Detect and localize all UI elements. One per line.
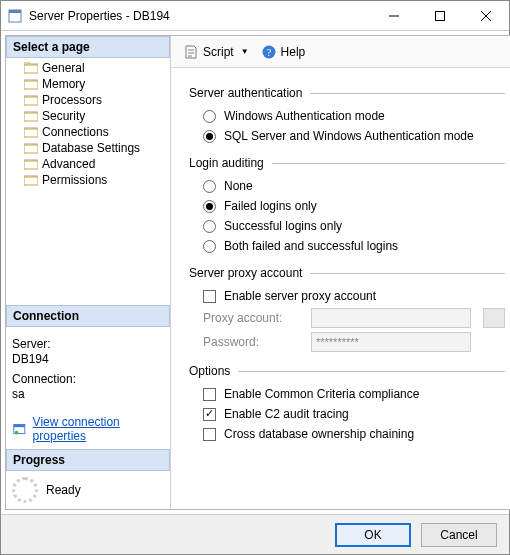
footer: OK Cancel [1,514,509,554]
connection-label: Connection: [12,372,164,386]
checkbox-icon [203,290,216,303]
view-connection-properties-link[interactable]: View connection properties [33,415,164,443]
left-pane: Select a page General Memory Processors … [6,36,171,509]
proxy-password-input [311,332,471,352]
page-general[interactable]: General [6,60,170,76]
group-title-audit: Login auditing [189,156,264,170]
connection-info: Server: DB194 Connection: sa [6,327,170,409]
radio-audit-none[interactable]: None [189,176,505,196]
toolbar: Script ▼ ? Help [171,36,510,68]
script-icon [183,44,199,60]
titlebar: Server Properties - DB194 [1,1,509,31]
page-icon [24,78,38,90]
checkbox-icon [203,428,216,441]
properties-icon [12,421,27,437]
maximize-icon [435,11,445,21]
help-button[interactable]: ? Help [257,42,310,62]
chevron-down-icon: ▼ [241,47,249,56]
checkbox-enable-proxy[interactable]: Enable server proxy account [189,286,505,306]
page-memory[interactable]: Memory [6,76,170,92]
radio-audit-failed[interactable]: Failed logins only [189,196,505,216]
radio-icon [203,220,216,233]
radio-icon [203,110,216,123]
cancel-label: Cancel [440,528,477,542]
script-button[interactable]: Script ▼ [179,42,253,62]
connection-value: sa [12,387,164,401]
radio-windows-auth[interactable]: Windows Authentication mode [189,106,505,126]
svg-rect-3 [436,11,445,20]
proxy-account-input [311,308,471,328]
group-title-options: Options [189,364,230,378]
ok-label: OK [364,528,381,542]
connection-header: Connection [6,305,170,327]
proxy-account-label: Proxy account: [203,311,303,325]
radio-label: Both failed and successful logins [224,239,398,253]
page-icon [24,110,38,122]
radio-label: Failed logins only [224,199,317,213]
group-server-authentication: Server authentication Windows Authentica… [189,86,505,146]
page-processors[interactable]: Processors [6,92,170,108]
proxy-password-label: Password: [203,335,303,349]
radio-icon [203,200,216,213]
page-label: Security [42,109,85,123]
radio-icon [203,180,216,193]
checkbox-c2-audit[interactable]: Enable C2 audit tracing [189,404,505,424]
group-login-auditing: Login auditing None Failed logins only S… [189,156,505,256]
database-icon [7,8,23,24]
divider [272,163,505,164]
page-connections[interactable]: Connections [6,124,170,140]
checkbox-common-criteria[interactable]: Enable Common Criteria compliance [189,384,505,404]
divider [310,93,505,94]
progress-status: Ready [46,483,81,497]
radio-sql-windows-auth[interactable]: SQL Server and Windows Authentication mo… [189,126,505,146]
page-database-settings[interactable]: Database Settings [6,140,170,156]
page-icon [24,126,38,138]
page-list: General Memory Processors Security Conne… [6,58,170,190]
checkbox-label: Enable Common Criteria compliance [224,387,419,401]
progress-box: Ready [6,471,170,509]
page-icon [24,174,38,186]
svg-rect-15 [14,424,25,427]
group-title-auth: Server authentication [189,86,302,100]
select-page-header: Select a page [6,36,170,58]
minimize-icon [389,11,399,21]
maximize-button[interactable] [417,1,463,31]
checkbox-icon [203,408,216,421]
server-properties-window: Server Properties - DB194 Select a page … [0,0,510,555]
cancel-button[interactable]: Cancel [421,523,497,547]
group-options: Options Enable Common Criteria complianc… [189,364,505,444]
checkbox-label: Cross database ownership chaining [224,427,414,441]
ok-button[interactable]: OK [335,523,411,547]
minimize-button[interactable] [371,1,417,31]
radio-icon [203,130,216,143]
page-label: Database Settings [42,141,140,155]
radio-audit-both[interactable]: Both failed and successful logins [189,236,505,256]
radio-label: None [224,179,253,193]
page-label: Processors [42,93,102,107]
checkbox-icon [203,388,216,401]
page-permissions[interactable]: Permissions [6,172,170,188]
svg-rect-1 [9,10,21,13]
page-label: General [42,61,85,75]
svg-text:?: ? [266,47,271,58]
help-icon: ? [261,44,277,60]
radio-audit-success[interactable]: Successful logins only [189,216,505,236]
page-label: Permissions [42,173,107,187]
page-icon [24,62,38,74]
divider [238,371,505,372]
checkbox-label: Enable C2 audit tracing [224,407,349,421]
checkbox-cross-db[interactable]: Cross database ownership chaining [189,424,505,444]
group-title-proxy: Server proxy account [189,266,302,280]
server-label: Server: [12,337,164,351]
page-security[interactable]: Security [6,108,170,124]
close-icon [481,11,491,21]
radio-label: SQL Server and Windows Authentication mo… [224,129,474,143]
page-label: Memory [42,77,85,91]
browse-button [483,308,505,328]
close-button[interactable] [463,1,509,31]
page-advanced[interactable]: Advanced [6,156,170,172]
page-icon [24,94,38,106]
radio-label: Successful logins only [224,219,342,233]
divider [310,273,505,274]
progress-spinner-icon [12,477,38,503]
